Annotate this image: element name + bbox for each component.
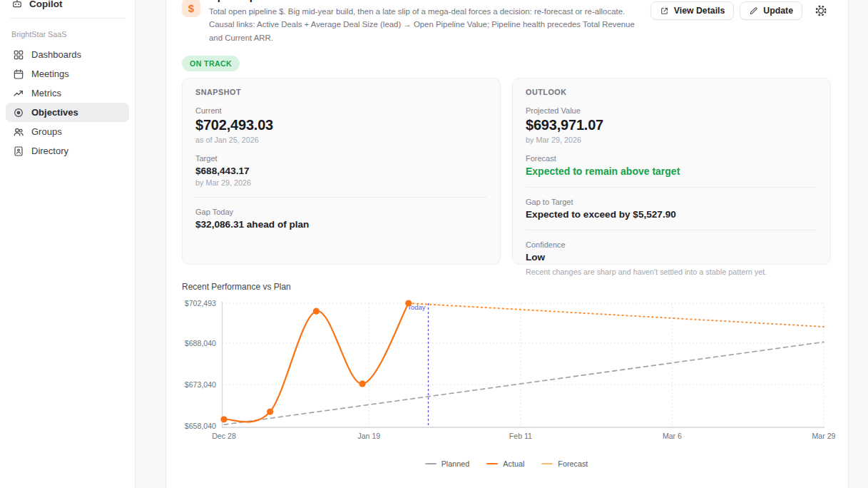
legend-swatch: [425, 463, 436, 464]
external-link-icon: [660, 6, 669, 16]
chart-svg: Today: [222, 298, 824, 430]
data-point: [220, 417, 227, 423]
projected-by: by Mar 29, 2026: [526, 136, 817, 144]
x-axis-tick: Feb 11: [509, 432, 532, 440]
target-icon: [13, 107, 24, 118]
x-axis-tick: Mar 6: [663, 432, 682, 440]
data-point: [359, 381, 365, 387]
sidebar-item-directory[interactable]: Directory: [6, 141, 129, 161]
series-forecast: [409, 303, 824, 327]
sidebar-item-groups[interactable]: Groups: [6, 122, 129, 141]
snapshot-card: SNAPSHOT Current $702,493.03 as of Jan 2…: [182, 78, 501, 265]
sidebar-item-label: Dashboards: [31, 49, 81, 60]
gap-today-value: $32,086.31 ahead of plan: [195, 219, 487, 230]
metric-header-text: Open Pipeline Value Total open pipeline …: [209, 0, 642, 44]
content-panel: $ Open Pipeline Value Total open pipelin…: [165, 0, 849, 488]
view-details-button[interactable]: View Details: [650, 1, 735, 20]
target-label: Target: [195, 154, 487, 163]
status-badge: ON TRACK: [182, 56, 240, 71]
gap-today-label: Gap Today: [195, 208, 487, 216]
chart-title: Recent Performance vs Plan: [182, 282, 831, 292]
sidebar-item-label: Copilot: [29, 0, 63, 9]
gear-icon[interactable]: [811, 1, 831, 20]
x-axis-tick: Dec 28: [212, 432, 236, 440]
metric-description: Total open pipeline $. Big mid-year buil…: [209, 5, 642, 44]
calendar-icon: [13, 68, 24, 80]
card-divider: [195, 197, 487, 198]
forecast-label: Forecast: [526, 154, 817, 163]
sidebar-item-meetings[interactable]: Meetings: [6, 64, 129, 83]
y-axis-tick: $658,040: [182, 422, 216, 430]
projected-value: $693,971.07: [526, 117, 817, 133]
app-root: Copilot BrightStar SaaS DashboardsMeetin…: [0, 0, 868, 488]
outlook-card: OUTLOOK Projected Value $693,971.07 by M…: [512, 78, 831, 265]
legend-swatch: [486, 463, 498, 464]
y-axis-tick: $702,493: [182, 299, 216, 307]
main-area: $ Open Pipeline Value Total open pipelin…: [136, 0, 868, 488]
sidebar-item-objectives[interactable]: Objectives: [6, 103, 129, 122]
forecast-value: Expected to remain above target: [526, 166, 817, 177]
legend-swatch: [541, 463, 553, 464]
chart-legend: PlannedActualForecast: [182, 459, 831, 468]
series-actual: [224, 303, 409, 422]
sidebar-item-label: Metrics: [31, 88, 61, 98]
sidebar-divider: [10, 18, 125, 19]
sidebar-item-label: Groups: [31, 126, 62, 137]
performance-chart: Today $702,493$688,040$673,040$658,040De…: [182, 298, 831, 441]
snapshot-title: SNAPSHOT: [195, 88, 487, 96]
metric-header: $ Open Pipeline Value Total open pipelin…: [182, 0, 831, 44]
series-planned: [224, 342, 824, 425]
sidebar-item-label: Objectives: [31, 107, 78, 118]
target-by: by Mar 29, 2026: [195, 178, 487, 187]
sidebar: Copilot BrightStar SaaS DashboardsMeetin…: [0, 0, 136, 488]
pencil-icon: [749, 6, 758, 16]
x-axis-tick: Mar 29: [812, 432, 836, 440]
y-axis-tick: $688,040: [182, 339, 216, 347]
outlook-title: OUTLOOK: [526, 88, 817, 96]
update-button[interactable]: Update: [740, 1, 802, 20]
x-axis-tick: Jan 19: [357, 432, 380, 440]
summary-cards: SNAPSHOT Current $702,493.03 as of Jan 2…: [182, 78, 831, 265]
sidebar-item-copilot[interactable]: Copilot: [10, 0, 128, 12]
sidebar-nav: DashboardsMeetingsMetricsObjectivesGroup…: [0, 45, 135, 161]
confidence-label: Confidence: [526, 240, 817, 249]
target-value: $688,443.17: [195, 166, 487, 176]
sidebar-section-label: BrightStar SaaS: [11, 30, 135, 39]
copilot-robot-icon: [11, 0, 23, 9]
card-divider: [526, 187, 817, 188]
legend-item-planned: Planned: [425, 459, 470, 468]
grid-icon: [13, 49, 24, 61]
data-point: [267, 409, 273, 415]
legend-item-forecast: Forecast: [541, 459, 588, 468]
sidebar-item-label: Meetings: [31, 68, 69, 79]
data-point: [405, 300, 412, 307]
confidence-note: Recent changes are sharp and haven't set…: [526, 268, 817, 276]
confidence-value: Low: [526, 252, 817, 263]
data-point: [313, 308, 320, 315]
legend-item-actual: Actual: [486, 459, 524, 468]
projected-label: Projected Value: [526, 106, 817, 115]
header-actions: View Details Update: [650, 1, 831, 44]
page-title: Open Pipeline Value: [209, 0, 642, 3]
current-value: $702,493.03: [195, 117, 487, 133]
sidebar-item-label: Directory: [31, 146, 68, 156]
dollar-icon: $: [182, 0, 200, 17]
trend-icon: [13, 88, 24, 99]
gap-target-label: Gap to Target: [526, 198, 817, 206]
sidebar-item-dashboards[interactable]: Dashboards: [6, 45, 129, 64]
people-icon: [13, 126, 24, 138]
sidebar-item-metrics[interactable]: Metrics: [6, 83, 129, 103]
y-axis-tick: $673,040: [182, 380, 216, 389]
card-divider: [526, 230, 817, 230]
current-asof: as of Jan 25, 2026: [195, 136, 487, 144]
book-icon: [13, 146, 24, 157]
gap-target-value: Expected to exceed by $5,527.90: [526, 209, 817, 220]
current-label: Current: [195, 106, 487, 115]
